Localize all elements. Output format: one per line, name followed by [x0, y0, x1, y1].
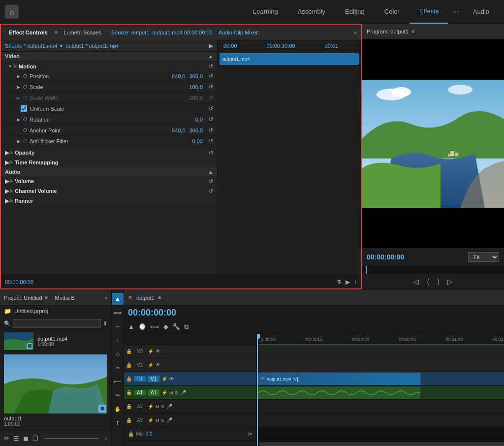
- antiflicker-reset-icon[interactable]: ↺: [209, 138, 213, 144]
- a3-lock-icon[interactable]: 🔒: [126, 417, 132, 423]
- anchor-stopwatch-icon[interactable]: ⏱: [23, 127, 28, 133]
- rotation-value[interactable]: 0,0: [195, 117, 203, 123]
- position-expand-icon[interactable]: ▶: [17, 74, 21, 79]
- panner-expand-icon[interactable]: ▶: [5, 197, 9, 204]
- clip-track-a1[interactable]: [257, 386, 504, 400]
- program-mark-out-icon[interactable]: ▷: [447, 278, 453, 286]
- position-reset-icon[interactable]: ↺: [209, 73, 213, 79]
- a2-mic-icon[interactable]: 🎤: [166, 404, 172, 409]
- antiflicker-expand-icon[interactable]: ▶: [17, 139, 21, 144]
- a2-label[interactable]: A2: [134, 404, 146, 409]
- audio-clip-a1[interactable]: [258, 387, 420, 399]
- media-browser-tab[interactable]: Media B: [55, 295, 75, 301]
- v3-lock-icon[interactable]: 🔒: [126, 349, 132, 354]
- v2-sync-icon[interactable]: ⚡: [148, 362, 154, 368]
- effect-controls-menu-icon[interactable]: ≡: [55, 30, 58, 35]
- position-y-value[interactable]: 360,0: [189, 73, 203, 79]
- timeline-link-icon[interactable]: ⟺: [150, 323, 159, 330]
- a1-track-name[interactable]: A1: [148, 389, 159, 396]
- timeline-selection-tool-icon[interactable]: ▲: [128, 323, 134, 330]
- a3-mute-btn[interactable]: M: [156, 418, 159, 423]
- timeline-snap-icon[interactable]: ⌚: [138, 323, 146, 330]
- v2-lock-icon[interactable]: 🔒: [126, 362, 132, 368]
- scale-stopwatch-icon[interactable]: ⏱: [23, 84, 28, 90]
- tab-audio[interactable]: Audio: [463, 0, 499, 24]
- channel-vol-reset-icon[interactable]: ↺: [209, 188, 213, 194]
- program-timeline-scrub[interactable]: [362, 266, 504, 274]
- clip-track-mix[interactable]: [257, 427, 504, 441]
- new-item-icon[interactable]: ✏: [4, 435, 9, 442]
- scale-reset-icon[interactable]: ↺: [209, 84, 213, 90]
- clip-track-v2[interactable]: [257, 358, 504, 372]
- program-fit-select[interactable]: Fit 25% 50% 75% 100%: [468, 252, 499, 262]
- a2-mute-btn[interactable]: M: [156, 404, 159, 409]
- hand-tool-button[interactable]: ✋: [112, 403, 124, 415]
- type-tool-button[interactable]: T: [112, 417, 124, 429]
- zoom-slider[interactable]: [44, 438, 98, 439]
- project-double-arrow[interactable]: »: [104, 295, 107, 301]
- timeline-captions-icon[interactable]: ⧉: [184, 323, 189, 331]
- clip-name[interactable]: output1 * output1.mp4: [65, 43, 119, 49]
- clip-arrow-icon[interactable]: ▶: [209, 42, 213, 49]
- position-stopwatch-icon[interactable]: ⏱: [23, 73, 28, 79]
- tab-color[interactable]: Color: [375, 0, 410, 24]
- a1-lock-icon[interactable]: 🔒: [126, 390, 132, 395]
- timeline-menu-icon[interactable]: ≡: [158, 295, 161, 300]
- v2-eye-icon[interactable]: 👁: [156, 362, 160, 368]
- export-icon[interactable]: ↑: [354, 279, 357, 286]
- mix-lock-icon[interactable]: 🔒: [128, 431, 134, 437]
- rotation-expand-icon[interactable]: ▶: [17, 117, 21, 122]
- uniform-scale-checkbox[interactable]: [21, 105, 27, 112]
- mix-end-icon[interactable]: ⊳: [248, 431, 252, 437]
- clip-track-a2[interactable]: [257, 400, 504, 414]
- clip-track-v1[interactable]: 🎬 output1.mp4 [V]: [257, 372, 504, 386]
- scale-value[interactable]: 100,0: [189, 84, 203, 90]
- play-icon[interactable]: ▶: [346, 279, 350, 286]
- program-timecode[interactable]: 00:00:00:00: [367, 253, 404, 261]
- a3-label[interactable]: A3: [134, 417, 146, 423]
- a2-solo-btn[interactable]: S: [161, 404, 164, 409]
- a3-sync-icon[interactable]: ⚡: [148, 417, 154, 423]
- clip-bar[interactable]: output1.mp4: [220, 53, 359, 65]
- v1-track-name[interactable]: V1: [148, 376, 159, 382]
- video-clip-v1[interactable]: 🎬 output1.mp4 [V]: [258, 373, 420, 385]
- clip-track-v3[interactable]: [257, 345, 504, 358]
- panel-double-arrow[interactable]: »: [354, 30, 357, 35]
- a3-solo-btn[interactable]: S: [161, 418, 164, 423]
- anchor-reset-icon[interactable]: ↺: [209, 127, 213, 133]
- v3-eye-icon[interactable]: 👁: [156, 349, 160, 354]
- antiflicker-value[interactable]: 0,00: [192, 138, 203, 144]
- source-chevron-icon[interactable]: ▾: [60, 43, 63, 49]
- list-view-icon[interactable]: ☰: [13, 435, 19, 442]
- ripple-edit-tool-button[interactable]: ↔: [112, 320, 124, 332]
- panner-effect-header[interactable]: ▶ fx Panner: [1, 196, 217, 206]
- program-mark-in-icon[interactable]: ◁: [413, 278, 419, 286]
- rotation-reset-icon[interactable]: ↺: [209, 116, 213, 123]
- program-prev-frame-icon[interactable]: ⟨: [427, 278, 429, 286]
- audio-scroll-up-icon[interactable]: ▲: [208, 169, 213, 175]
- anchor-x-value[interactable]: 640,0: [172, 127, 186, 133]
- scale-expand-icon[interactable]: ▶: [17, 85, 21, 90]
- motion-reset-icon[interactable]: ↺: [209, 63, 213, 69]
- mix-value[interactable]: 0,0: [146, 431, 153, 437]
- timeline-scroll-handle[interactable]: [259, 442, 504, 446]
- a1-sync-icon[interactable]: ⚡: [161, 390, 167, 395]
- program-next-frame-icon[interactable]: ⟩: [437, 278, 440, 286]
- a3-mic-icon[interactable]: 🎤: [166, 417, 172, 423]
- position-x-value[interactable]: 640,0: [172, 73, 186, 79]
- opacity-expand-icon[interactable]: ▶: [5, 149, 9, 156]
- source-clip-name[interactable]: Source * output1.mp4: [5, 43, 57, 49]
- filter-icon[interactable]: ⚗: [336, 279, 342, 286]
- icon-view-icon[interactable]: ◼: [23, 435, 29, 442]
- clip-track-a3[interactable]: [257, 414, 504, 427]
- opacity-reset-icon[interactable]: ↺: [209, 150, 213, 156]
- a1-label[interactable]: A1: [134, 390, 146, 395]
- timeline-timecode[interactable]: 00:00:00:00: [124, 306, 504, 320]
- freeform-view-icon[interactable]: ❐: [32, 435, 38, 442]
- tab-editing[interactable]: Editing: [335, 0, 375, 24]
- ingest-icon[interactable]: ⬇: [103, 320, 107, 327]
- opacity-effect-header[interactable]: ▶ fx Opacity ↺: [1, 148, 217, 158]
- timeline-settings-icon[interactable]: 🔧: [172, 323, 180, 330]
- home-button[interactable]: ⌂: [5, 5, 19, 19]
- timeline-clips-area[interactable]: 1:00:00 00:00:15 00:00:30 00:00:45 00:01…: [257, 334, 504, 446]
